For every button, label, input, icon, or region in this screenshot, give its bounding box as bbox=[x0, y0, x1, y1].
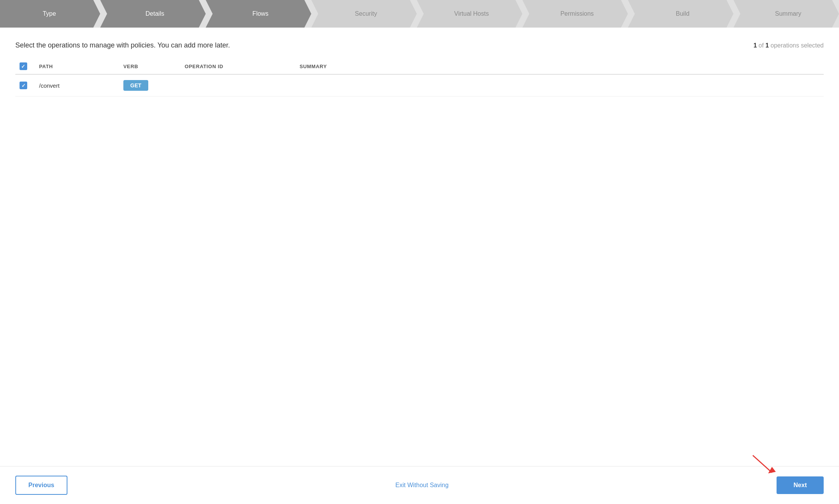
total-count: 1 bbox=[765, 42, 769, 49]
step-build[interactable]: Build bbox=[628, 0, 734, 28]
step-summary-label: Summary bbox=[775, 10, 801, 17]
wizard-steps: Type Details Flows Security Virtual Host… bbox=[0, 0, 839, 28]
step-flows-label: Flows bbox=[252, 10, 269, 17]
exit-without-saving-button[interactable]: Exit Without Saving bbox=[395, 482, 449, 489]
step-security-label: Security bbox=[355, 10, 377, 17]
step-permissions-label: Permissions bbox=[560, 10, 594, 17]
header-summary: SUMMARY bbox=[295, 59, 824, 74]
row-verb: GET bbox=[119, 74, 180, 97]
header-verb: VERB bbox=[119, 59, 180, 74]
header-path: PATH bbox=[34, 59, 119, 74]
step-virtual-hosts-label: Virtual Hosts bbox=[454, 10, 489, 17]
select-all-checkbox[interactable] bbox=[20, 62, 27, 70]
row-operation-id bbox=[180, 74, 295, 97]
step-details[interactable]: Details bbox=[100, 0, 206, 28]
row-checkbox[interactable] bbox=[20, 82, 27, 89]
footer: Previous Exit Without Saving Next bbox=[0, 466, 839, 504]
svg-line-0 bbox=[753, 455, 772, 473]
step-type[interactable]: Type bbox=[0, 0, 100, 28]
page-description: Select the operations to manage with pol… bbox=[15, 41, 230, 49]
step-summary[interactable]: Summary bbox=[734, 0, 839, 28]
step-details-label: Details bbox=[146, 10, 164, 17]
step-virtual-hosts[interactable]: Virtual Hosts bbox=[417, 0, 523, 28]
main-content: Select the operations to manage with pol… bbox=[0, 28, 839, 466]
header-checkbox bbox=[15, 59, 34, 74]
previous-button[interactable]: Previous bbox=[15, 476, 67, 495]
step-permissions[interactable]: Permissions bbox=[523, 0, 628, 28]
row-path: /convert bbox=[34, 74, 119, 97]
table-row: /convert GET bbox=[15, 74, 824, 97]
table-header-row: PATH VERB OPERATION ID SUMMARY bbox=[15, 59, 824, 74]
description-row: Select the operations to manage with pol… bbox=[15, 41, 824, 49]
step-security[interactable]: Security bbox=[311, 0, 417, 28]
selected-count: 1 bbox=[754, 42, 757, 49]
footer-right: Next bbox=[777, 476, 824, 494]
selection-count: 1 of 1 operations selected bbox=[754, 42, 824, 49]
annotation-arrow bbox=[749, 453, 780, 476]
row-checkbox-cell bbox=[15, 74, 34, 97]
header-operation-id: OPERATION ID bbox=[180, 59, 295, 74]
step-build-label: Build bbox=[676, 10, 690, 17]
next-button[interactable]: Next bbox=[777, 476, 824, 494]
step-flows[interactable]: Flows bbox=[206, 0, 311, 28]
step-type-label: Type bbox=[43, 10, 56, 17]
row-summary bbox=[295, 74, 824, 97]
verb-badge-get: GET bbox=[123, 80, 148, 91]
operations-table: PATH VERB OPERATION ID SUMMARY /convert … bbox=[15, 59, 824, 97]
